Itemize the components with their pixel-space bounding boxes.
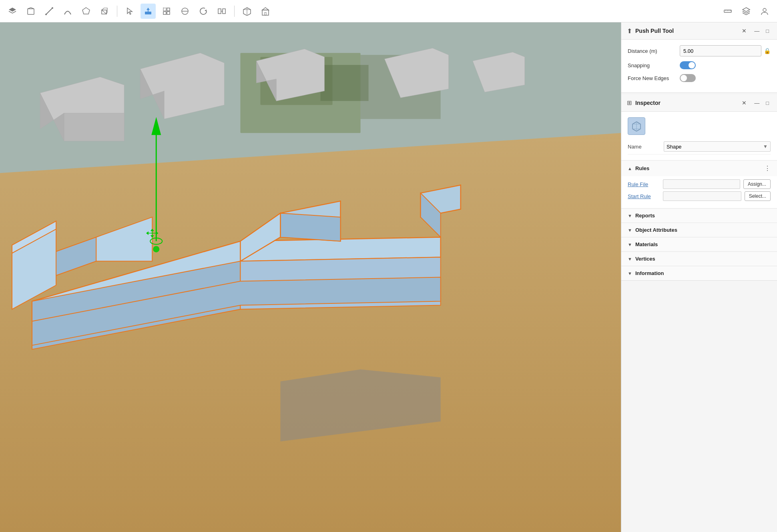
inspector-name-label: Name — [628, 144, 664, 150]
svg-rect-1 — [28, 9, 34, 14]
distance-input-wrap: 🔒 — [680, 45, 771, 56]
push-pull-tool-title: Push Pull Tool — [635, 28, 737, 34]
force-new-edges-row: Force New Edges — [628, 74, 771, 82]
snapping-toggle[interactable] — [680, 61, 696, 69]
materials-title: Materials — [635, 241, 771, 247]
object-attributes-arrow-icon: ▼ — [628, 228, 632, 233]
select-button[interactable]: Select... — [745, 191, 771, 201]
user-icon[interactable] — [757, 4, 772, 19]
bridge-tool-icon[interactable] — [214, 4, 229, 19]
layers-toolbar-icon[interactable] — [739, 4, 754, 19]
split-tool-icon[interactable] — [177, 4, 193, 19]
polygon-icon[interactable] — [78, 4, 94, 19]
push-pull-tool-panel: ⬆ Push Pull Tool ✕ — □ Distance (m) 🔒 — [621, 22, 777, 93]
separator-1 — [117, 6, 117, 17]
inspector-win-controls: — □ — [752, 99, 771, 107]
inspector-object-icon — [628, 117, 645, 135]
force-new-edges-toggle[interactable] — [680, 74, 696, 82]
rule-file-input[interactable] — [663, 179, 740, 189]
toolbar-right — [720, 4, 772, 19]
information-header[interactable]: ▼ Information — [621, 266, 777, 280]
svg-rect-26 — [265, 12, 266, 15]
vertices-header[interactable]: ▼ Vertices — [621, 252, 777, 266]
push-pull-tool-body: Distance (m) 🔒 Snapping Force New Edges — [621, 40, 777, 92]
select-tool-icon[interactable] — [122, 4, 137, 19]
rules-arrow-icon: ▲ — [628, 166, 632, 171]
inspector-scroll-icon: ▼ — [763, 144, 768, 149]
start-rule-label[interactable]: Start Rule — [628, 193, 660, 199]
scene-svg — [0, 22, 621, 532]
materials-section: ▼ Materials — [621, 237, 777, 251]
svg-marker-0 — [9, 8, 16, 12]
materials-arrow-icon: ▼ — [628, 242, 632, 247]
building-gen-icon[interactable] — [258, 4, 273, 19]
svg-point-4 — [52, 7, 53, 9]
distance-input[interactable] — [680, 45, 761, 56]
reports-header[interactable]: ▼ Reports — [621, 209, 777, 223]
arc-tool-icon[interactable] — [60, 4, 75, 19]
start-rule-input[interactable] — [663, 191, 741, 201]
push-pull-tool-header: ⬆ Push Pull Tool ✕ — □ — [621, 22, 777, 40]
object-attributes-section: ▼ Object Attributes — [621, 223, 777, 237]
information-arrow-icon: ▼ — [628, 271, 632, 276]
force-new-edges-label: Force New Edges — [628, 75, 680, 81]
extrude-icon[interactable] — [97, 4, 112, 19]
inspector-maximize-btn[interactable]: □ — [763, 99, 771, 107]
rule-file-label[interactable]: Rule File — [628, 181, 660, 187]
vertices-section: ▼ Vertices — [621, 251, 777, 266]
svg-rect-12 — [167, 8, 170, 11]
reports-section: ▼ Reports — [621, 208, 777, 223]
object-attributes-title: Object Attributes — [635, 227, 771, 233]
push-pull-tool-icon[interactable] — [141, 4, 156, 19]
force-new-edges-knob — [681, 75, 687, 81]
vertices-arrow-icon: ▼ — [628, 257, 632, 261]
snapping-label: Snapping — [628, 62, 680, 68]
main-toolbar — [0, 0, 777, 22]
information-title: Information — [635, 270, 771, 276]
lock-icon: 🔒 — [764, 48, 771, 54]
distance-row: Distance (m) 🔒 — [628, 45, 771, 56]
svg-point-3 — [45, 14, 47, 15]
layers-icon[interactable] — [5, 4, 20, 19]
reports-title: Reports — [635, 213, 771, 219]
svg-marker-25 — [262, 8, 269, 10]
inspector-title: Inspector — [635, 100, 737, 106]
svg-marker-32 — [743, 8, 750, 12]
rotate-tool-icon[interactable] — [196, 4, 211, 19]
inspector-panel: ⊞ Inspector ✕ — □ — [621, 94, 777, 281]
svg-rect-44 — [64, 113, 124, 141]
assign-button[interactable]: Assign... — [743, 179, 771, 189]
ruler-toolbar-icon[interactable] — [720, 4, 735, 19]
svg-marker-57 — [280, 213, 340, 241]
right-panel: ⬆ Push Pull Tool ✕ — □ Distance (m) 🔒 — [621, 22, 777, 532]
rules-options-icon[interactable]: ⋮ — [764, 165, 771, 172]
materials-header[interactable]: ▼ Materials — [621, 237, 777, 251]
svg-rect-13 — [163, 12, 166, 14]
inspector-minimize-btn[interactable]: — — [752, 99, 762, 107]
inspector-close-btn[interactable]: ✕ — [740, 98, 749, 107]
push-pull-minimize-btn[interactable]: — — [752, 27, 762, 35]
rules-body: Rule File Assign... Start Rule Select... — [621, 176, 777, 208]
main-area: ⊞ 👁 📷 🔖 — ✕ — [0, 22, 777, 532]
push-pull-tool-header-icon: ⬆ — [627, 27, 632, 35]
box-icon[interactable] — [23, 4, 38, 19]
push-pull-maximize-btn[interactable]: □ — [763, 27, 771, 35]
svg-rect-19 — [223, 9, 225, 14]
push-pull-tool-close-btn[interactable]: ✕ — [740, 26, 749, 35]
3d-viewport[interactable]: ⊞ 👁 📷 🔖 — ✕ — [0, 22, 621, 532]
svg-marker-9 — [147, 8, 150, 10]
object-attributes-header[interactable]: ▼ Object Attributes — [621, 223, 777, 237]
svg-rect-8 — [145, 12, 151, 14]
svg-point-33 — [763, 8, 766, 12]
rules-title: Rules — [635, 165, 764, 171]
cube-view-icon[interactable] — [239, 4, 255, 19]
svg-marker-5 — [82, 8, 90, 14]
rules-header[interactable]: ▲ Rules ⋮ — [621, 161, 777, 176]
rules-section: ▲ Rules ⋮ Rule File Assign... Start Rule… — [621, 160, 777, 208]
svg-rect-14 — [167, 12, 170, 14]
push-pull-win-controls: — □ — [752, 27, 771, 35]
select2-icon[interactable] — [159, 4, 174, 19]
inspector-name-row: Name Shape ▼ — [628, 139, 771, 155]
draw-line-icon[interactable] — [42, 4, 57, 19]
svg-rect-18 — [218, 9, 221, 14]
